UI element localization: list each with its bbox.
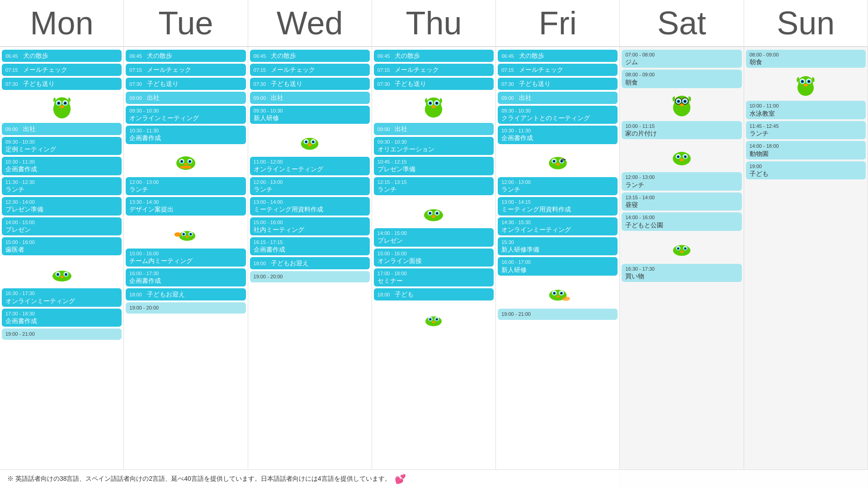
svg-point-123	[802, 80, 804, 83]
event-mon-12[interactable]: 17:30 - 18:30企画書作成	[2, 309, 122, 327]
header-sat: Sat	[620, 0, 744, 46]
event-mon-10[interactable]: 15:00 - 16:00歯医者	[2, 237, 122, 255]
event-mon-3[interactable]: 07:30 子ども送り	[2, 78, 122, 90]
svg-point-106	[677, 156, 679, 158]
event-thu-4[interactable]: 09:00 出社	[374, 123, 494, 135]
event-mon-4[interactable]: 09:00 出社	[2, 123, 122, 135]
event-tue-4[interactable]: 09:00 出社	[126, 92, 245, 104]
event-tue-2[interactable]: 07:15 メールチェック	[126, 64, 245, 76]
event-sat-6[interactable]: 14:00 - 16:00子どもと公園	[622, 212, 741, 230]
event-mon-8[interactable]: 12:30 - 14:00プレゼン準備	[2, 197, 122, 215]
event-mon-6[interactable]: 10:30 - 11:30企画書作成	[2, 157, 122, 175]
event-wed-11[interactable]: 18:00 子どもお迎え	[250, 257, 370, 269]
event-wed-4[interactable]: 09:00 出社	[250, 92, 370, 104]
event-fri-3[interactable]: 07:30 子ども送り	[498, 78, 618, 90]
event-thu-8[interactable]: 14:00 - 15:00プレゼン	[374, 228, 494, 246]
event-wed-5[interactable]: 09:30 - 10:30新人研修	[250, 106, 370, 124]
event-sat-1[interactable]: 07:00 - 08:00ジム	[622, 50, 741, 68]
event-sun-3[interactable]: 11:45 - 12:45ランチ	[746, 121, 866, 139]
event-tue-10[interactable]: 16:00 - 17:30企画書作成	[126, 268, 245, 286]
event-tue-5[interactable]: 09:30 - 10:30オンラインミーティング	[126, 106, 245, 124]
event-tue-9[interactable]: 15:00 - 16:00チーム内ミーティング	[126, 249, 245, 267]
event-sat-5[interactable]: 13:15 - 14:00昼寝	[622, 192, 741, 211]
event-mon-2[interactable]: 07:15 メールチェック	[2, 64, 122, 76]
event-fri-9[interactable]: 14:30 - 15:30オンラインミーティング	[498, 217, 618, 235]
header-row: Mon Tue Wed Thu Fri Sat Sun	[0, 0, 868, 47]
event-fri-10[interactable]: 15:30新人研修準備	[498, 237, 618, 255]
event-thu-5[interactable]: 09:30 - 10:30オリエンテーション	[374, 137, 494, 155]
event-tue-8[interactable]: 13:30 - 14:30デザイン案提出	[126, 197, 245, 215]
owl-mon-2	[2, 257, 122, 286]
event-thu-3[interactable]: 07:30 子ども送り	[374, 78, 494, 90]
event-wed-1[interactable]: 06:45 犬の散歩	[250, 50, 370, 62]
event-wed-12[interactable]: 19:00 - 20:00	[250, 271, 370, 282]
col-sat: 07:00 - 08:00ジム 08:00 - 09:00朝食	[620, 47, 744, 488]
event-tue-6[interactable]: 10:30 - 11:30企画書作成	[126, 126, 245, 144]
owl-sat-1	[622, 90, 741, 119]
event-fri-11[interactable]: 16:00 - 17:00新人研修	[498, 257, 618, 275]
event-wed-6[interactable]: 11:00 - 12:00オンラインミーティング	[250, 157, 370, 175]
event-thu-9[interactable]: 15:00 - 16:00オンライン面接	[374, 249, 494, 267]
svg-point-31	[183, 234, 184, 235]
event-sat-7[interactable]: 16:30 - 17:30買い物	[622, 264, 741, 282]
event-fri-7[interactable]: 12:00 - 13:00ランチ	[498, 177, 618, 195]
event-fri-1[interactable]: 06:45 犬の散歩	[498, 50, 618, 62]
event-fri-12[interactable]: 19:00 - 21:00	[498, 309, 618, 320]
event-tue-7[interactable]: 12:00 - 13:00ランチ	[126, 177, 245, 195]
event-mon-9[interactable]: 14:00 - 15:00プレゼン	[2, 217, 122, 235]
svg-point-40	[305, 141, 307, 142]
event-mon-5[interactable]: 09:30 - 10:30定例ミーティング	[2, 137, 122, 155]
event-fri-8[interactable]: 13:00 - 14:15ミーティング用資料作成	[498, 197, 618, 215]
event-wed-3[interactable]: 07:30 子ども送り	[250, 78, 370, 90]
event-sun-4[interactable]: 14:00 - 18:00動物園	[746, 141, 866, 159]
event-fri-6[interactable]: 10:30 - 11:30企画書作成	[498, 126, 618, 144]
svg-point-108	[680, 159, 684, 161]
event-fri-2[interactable]: 07:15 メールチェック	[498, 64, 618, 76]
event-tue-12[interactable]: 19:00 - 20:00	[126, 302, 245, 314]
event-mon-7[interactable]: 11:30 - 12:30ランチ	[2, 177, 122, 195]
svg-point-73	[553, 160, 555, 162]
svg-point-115	[684, 248, 686, 250]
event-mon-11[interactable]: 16:30 - 17:30オンラインミーティング	[2, 288, 122, 306]
svg-point-34	[175, 232, 181, 237]
event-thu-10[interactable]: 17:00 - 18:00セミナー	[374, 268, 494, 286]
calendar-container: Mon Tue Wed Thu Fri Sat Sun 06:45 犬の散歩 0…	[0, 0, 868, 488]
event-wed-2[interactable]: 07:15 メールチェック	[250, 64, 370, 76]
event-thu-2[interactable]: 07:15 メールチェック	[374, 64, 494, 76]
event-thu-11[interactable]: 18:00 子ども	[374, 288, 494, 300]
event-sun-2[interactable]: 10:00 - 11:00水泳教室	[746, 101, 866, 119]
body-row: 06:45 犬の散歩 07:15 メールチェック 07:30 子ども送り	[0, 47, 868, 488]
svg-point-109	[673, 245, 690, 256]
svg-point-58	[436, 212, 438, 214]
event-tue-11[interactable]: 18:00 子どもお迎え	[126, 288, 245, 300]
event-tue-3[interactable]: 07:30 子ども送り	[126, 78, 245, 90]
event-sat-4[interactable]: 12:00 - 13:00ランチ	[622, 172, 741, 190]
event-sat-2[interactable]: 08:00 - 09:00朝食	[622, 70, 741, 88]
svg-point-51	[432, 105, 436, 108]
event-thu-6[interactable]: 10:45 - 12:15プレゼン準備	[374, 157, 494, 175]
event-thu-1[interactable]: 06:45 犬の散歩	[374, 50, 494, 62]
svg-point-66	[436, 319, 438, 320]
event-sun-5[interactable]: 19:00子ども	[746, 161, 866, 179]
svg-point-124	[808, 80, 810, 83]
event-wed-7[interactable]: 12:00 - 13:00ランチ	[250, 177, 370, 195]
svg-point-14	[57, 273, 59, 275]
event-wed-9[interactable]: 15:00 - 16:00社内ミーティング	[250, 217, 370, 235]
owl-thu-2	[374, 197, 494, 226]
event-fri-5[interactable]: 09:30 - 10:30クライアントとのミーティング	[498, 106, 618, 124]
svg-point-41	[312, 141, 314, 142]
owl-sat-3	[622, 233, 741, 262]
event-sun-1[interactable]: 08:00 - 09:00朝食	[746, 50, 866, 68]
col-fri: 06:45 犬の散歩 07:15 メールチェック 07:30 子ども送り 09:…	[496, 47, 620, 488]
header-sun: Sun	[744, 0, 868, 46]
svg-point-22	[181, 160, 183, 162]
event-mon-13[interactable]: 19:00 - 21:00	[2, 328, 122, 340]
event-fri-4[interactable]: 09:00 出社	[498, 92, 618, 104]
event-wed-10[interactable]: 16:15 - 17:15企画書作成	[250, 237, 370, 255]
event-tue-1[interactable]: 06:45 犬の散歩	[126, 50, 245, 62]
event-mon-1[interactable]: 06:45 犬の散歩	[2, 50, 122, 62]
event-wed-8[interactable]: 13:00 - 14:00ミーティング用資料作成	[250, 197, 370, 215]
event-thu-7[interactable]: 12:15 - 13:15ランチ	[374, 177, 494, 195]
svg-point-33	[185, 235, 189, 238]
event-sat-3[interactable]: 10:00 - 11:15家の片付け	[622, 121, 741, 139]
